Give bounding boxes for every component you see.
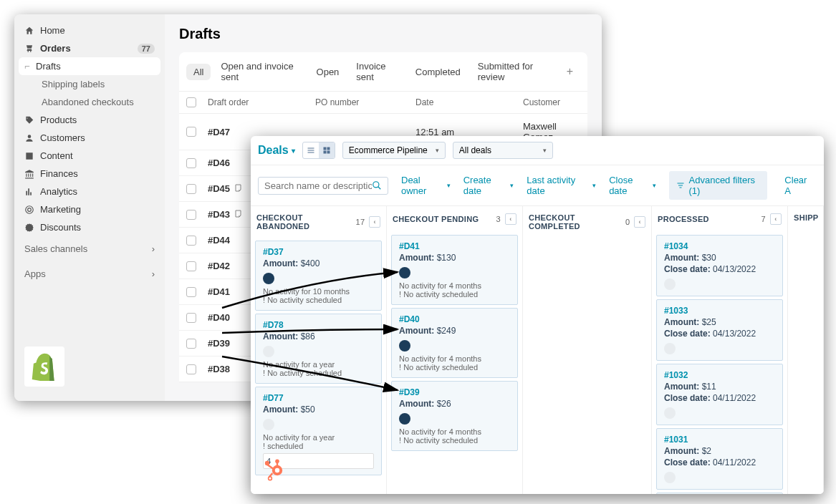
image-icon [24, 151, 34, 161]
sidebar-drafts[interactable]: ⌐ Drafts [19, 57, 160, 75]
deal-id: #D37 [263, 247, 374, 257]
no-activity-text: No activity for a year [263, 360, 374, 369]
row-checkbox[interactable] [186, 364, 196, 374]
chart-icon [24, 187, 34, 197]
draft-id: #D45 [208, 183, 230, 194]
row-checkbox[interactable] [186, 210, 196, 220]
tab-all[interactable]: All [186, 64, 211, 80]
chevron-left-icon[interactable]: ‹ [634, 216, 645, 228]
view-toggle [302, 142, 335, 159]
sidebar-content[interactable]: Content [14, 147, 165, 165]
checkbox-all[interactable] [186, 97, 196, 107]
tag-icon [24, 115, 34, 125]
hubspot-topbar: Deals▾ Ecommerce Pipeline All deals [251, 136, 824, 165]
sidebar-abandoned[interactable]: Abandoned checkouts [14, 93, 165, 111]
avatar [664, 407, 676, 419]
tab-add[interactable]: + [559, 62, 580, 81]
avatar [263, 419, 274, 430]
row-checkbox[interactable] [186, 158, 196, 168]
sidebar-orders[interactable]: Orders 77 [14, 39, 165, 57]
list-view-button[interactable] [303, 142, 319, 158]
no-activity-text: No activity for a year [263, 433, 374, 442]
scheduled-text: No activity scheduled [399, 290, 510, 299]
deals-search[interactable] [258, 177, 388, 195]
no-activity-text: No activity for 4 months [399, 427, 510, 436]
tab-open-sent[interactable]: Open and invoice sent [213, 58, 306, 85]
col-head-abandoned: CHECKOUT ABANDONED 17 ‹ [251, 206, 386, 238]
col-date[interactable]: Date [415, 97, 523, 107]
row-checkbox[interactable] [186, 261, 196, 271]
sidebar-customers[interactable]: Customers [14, 129, 165, 147]
chevron-left-icon[interactable]: ‹ [369, 216, 380, 228]
deal-card[interactable]: #D40 Amount: $249 No activity for 4 mont… [391, 308, 518, 378]
clear-filters-link[interactable]: Clear A [780, 175, 817, 196]
filter-close[interactable]: Close date [609, 175, 655, 196]
draft-id: #D44 [208, 235, 230, 246]
deal-card[interactable]: #1076 - Bobby Breakwater Amount: $370 [656, 493, 783, 494]
sidebar-finances[interactable]: Finances [14, 165, 165, 183]
sidebar-analytics[interactable]: Analytics [14, 183, 165, 200]
avatar [399, 340, 410, 352]
deal-card[interactable]: #D41 Amount: $130 No activity for 4 mont… [391, 235, 518, 305]
sidebar-home[interactable]: Home [14, 21, 165, 39]
filter-activity[interactable]: Last activity date [527, 175, 596, 196]
row-checkbox[interactable] [186, 313, 196, 323]
sidebar-shipping[interactable]: Shipping labels [14, 75, 165, 93]
tree-branch-icon: ⌐ [24, 61, 30, 72]
sidebar-home-label: Home [40, 25, 65, 36]
chevron-left-icon[interactable]: ‹ [770, 213, 782, 225]
advanced-filters-button[interactable]: Advanced filters (1) [669, 171, 768, 200]
sidebar-drafts-label: Drafts [36, 61, 61, 72]
col-draft[interactable]: Draft order [208, 97, 315, 107]
draft-id: #D41 [208, 286, 230, 297]
home-icon [24, 26, 34, 36]
col-customer[interactable]: Customer [523, 97, 580, 107]
deal-id: #1032 [664, 370, 775, 380]
chevron-left-icon[interactable]: ‹ [505, 213, 517, 225]
discount-icon [24, 223, 34, 233]
row-checkbox[interactable] [186, 236, 196, 246]
sidebar-sales-channels[interactable]: Sales channels› [14, 236, 165, 261]
deal-card[interactable]: #1033 Amount: $25 Close date: 04/13/2022 [656, 299, 783, 361]
row-checkbox[interactable] [186, 339, 196, 349]
hubspot-logo [258, 454, 291, 487]
avatar [664, 343, 676, 354]
orders-icon [24, 44, 34, 54]
deal-card[interactable]: #D78 Amount: $86 No activity for a year … [255, 314, 382, 384]
row-checkbox[interactable] [186, 127, 196, 137]
avatar [263, 346, 274, 357]
pipeline-select[interactable]: Ecommerce Pipeline [342, 142, 446, 159]
svg-point-1 [28, 208, 32, 211]
filter-owner[interactable]: Deal owner [401, 175, 451, 196]
tab-submitted[interactable]: Submitted for review [471, 58, 557, 85]
row-checkbox[interactable] [186, 184, 196, 194]
person-icon [24, 133, 34, 143]
avatar [399, 413, 410, 425]
col-completed: CHECKOUT COMPLETED 0 ‹ [523, 206, 652, 494]
deals-select[interactable]: All deals [453, 142, 553, 159]
deals-dropdown[interactable]: Deals▾ [258, 144, 295, 157]
col-head-shipped: SHIPP [788, 206, 823, 229]
sidebar-marketing[interactable]: Marketing [14, 200, 165, 218]
hubspot-board: CHECKOUT ABANDONED 17 ‹ #D37 Amount: $40… [251, 206, 824, 494]
deal-card[interactable]: #D39 Amount: $26 No activity for 4 month… [391, 381, 518, 451]
col-po[interactable]: PO number [315, 97, 415, 107]
tab-open[interactable]: Open [309, 64, 347, 80]
draft-id: #D42 [208, 261, 230, 271]
scheduled-text: No activity scheduled [399, 436, 510, 445]
search-icon [372, 180, 382, 190]
deal-card[interactable]: #1032 Amount: $11 Close date: 04/11/2022 [656, 364, 783, 425]
deal-card[interactable]: #1031 Amount: $2 Close date: 04/11/2022 [656, 428, 783, 490]
tab-invoice-sent[interactable]: Invoice sent [349, 58, 405, 85]
sidebar-products[interactable]: Products [14, 111, 165, 129]
tab-completed[interactable]: Completed [408, 64, 468, 80]
search-input[interactable] [264, 180, 372, 191]
sidebar-discounts[interactable]: Discounts [14, 218, 165, 236]
sidebar-apps[interactable]: Apps› [14, 261, 165, 286]
filter-create[interactable]: Create date [463, 175, 514, 196]
deal-card[interactable]: #1034 Amount: $30 Close date: 04/13/2022 [656, 235, 783, 296]
board-view-button[interactable] [319, 142, 335, 158]
tabs-bar: All Open and invoice sent Open Invoice s… [179, 52, 587, 92]
row-checkbox[interactable] [186, 287, 196, 297]
deal-card[interactable]: #D37 Amount: $400 No activity for 10 mon… [255, 241, 382, 311]
